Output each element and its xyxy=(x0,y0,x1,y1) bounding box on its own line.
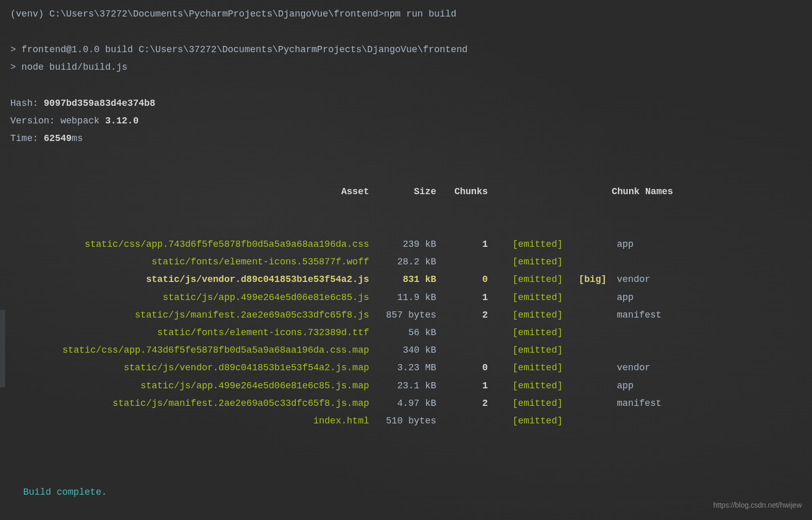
asset-name: static/js/app.499e264e5d06e81e6c85.js xyxy=(10,289,369,306)
header-size: Size xyxy=(369,183,436,200)
asset-chunks: 2 xyxy=(436,395,488,412)
time-line: Time: 62549ms xyxy=(10,130,802,147)
asset-name: index.html xyxy=(10,412,369,430)
asset-name: static/css/app.743d6f5fe5878fb0d5a5a9a68… xyxy=(10,341,369,359)
asset-chunks: 1 xyxy=(436,289,488,306)
asset-chunk-names: vendor xyxy=(607,359,650,376)
asset-emitted: [emitted] xyxy=(488,395,563,412)
asset-name: static/js/app.499e264e5d06e81e6c85.js.ma… xyxy=(10,377,369,395)
asset-chunks: 0 xyxy=(436,359,488,376)
version-line: Version: webpack 3.12.0 xyxy=(10,112,802,130)
asset-emitted: [emitted] xyxy=(488,271,563,288)
table-row: static/js/app.499e264e5d06e81e6c85.js11.… xyxy=(10,289,802,306)
asset-emitted: [emitted] xyxy=(488,377,563,395)
asset-name: static/js/manifest.2ae2e69a05c33dfc65f8.… xyxy=(10,306,369,324)
npm-script-line-2: > node build/build.js xyxy=(10,58,802,76)
version-label: Version: webpack xyxy=(10,116,105,126)
header-asset: Asset xyxy=(10,183,369,200)
asset-emitted: [emitted] xyxy=(488,359,563,376)
npm-script-line-1: > frontend@1.0.0 build C:\Users\37272\Do… xyxy=(10,41,802,58)
build-complete-message: Build complete. xyxy=(10,483,802,501)
asset-chunk-names: app xyxy=(607,235,633,253)
header-chunks: Chunks xyxy=(436,183,488,200)
asset-size: 4.97 kB xyxy=(369,395,436,412)
asset-size: 239 kB xyxy=(369,235,436,253)
asset-size: 11.9 kB xyxy=(369,289,436,306)
asset-emitted: [emitted] xyxy=(488,412,563,430)
table-row: index.html510 bytes[emitted] xyxy=(10,412,802,430)
header-chunk-names: Chunk Names xyxy=(607,183,673,200)
asset-chunk-names: app xyxy=(607,377,633,395)
asset-name: static/js/manifest.2ae2e69a05c33dfc65f8.… xyxy=(10,395,369,412)
asset-chunk-names: vendor xyxy=(607,271,650,288)
version-value: 3.12.0 xyxy=(105,116,139,126)
asset-size: 28.2 kB xyxy=(369,253,436,271)
terminal-output[interactable]: (venv) C:\Users\37272\Documents\PycharmP… xyxy=(10,5,802,520)
hash-value: 9097bd359a83d4e374b8 xyxy=(44,98,155,108)
asset-size: 857 bytes xyxy=(369,306,436,324)
asset-emitted: [emitted] xyxy=(488,289,563,306)
asset-emitted: [emitted] xyxy=(488,253,563,271)
table-row: static/js/app.499e264e5d06e81e6c85.js.ma… xyxy=(10,377,802,395)
command-prompt-line: (venv) C:\Users\37272\Documents\PycharmP… xyxy=(10,5,802,23)
table-row: static/js/vendor.d89c041853b1e53f54a2.js… xyxy=(10,271,802,288)
asset-name: static/css/app.743d6f5fe5878fb0d5a5a9a68… xyxy=(10,235,369,253)
asset-name: static/fonts/element-icons.535877f.woff xyxy=(10,253,369,271)
asset-size: 56 kB xyxy=(369,324,436,341)
time-unit: ms xyxy=(72,133,83,144)
asset-chunk-names: manifest xyxy=(607,395,661,412)
asset-chunks: 1 xyxy=(436,377,488,395)
table-row: static/js/vendor.d89c041853b1e53f54a2.js… xyxy=(10,359,802,376)
hash-line: Hash: 9097bd359a83d4e374b8 xyxy=(10,94,802,112)
asset-size: 510 bytes xyxy=(369,412,436,430)
asset-chunk-names: app xyxy=(607,289,633,306)
asset-emitted: [emitted] xyxy=(488,306,563,324)
table-row: static/js/manifest.2ae2e69a05c33dfc65f8.… xyxy=(10,306,802,324)
watermark: https://blog.csdn.net/hwijew xyxy=(713,498,802,512)
asset-size: 3.23 MB xyxy=(369,359,436,376)
table-header-row: Asset Size Chunks Chunk Names xyxy=(10,183,802,200)
table-row: static/fonts/element-icons.732389d.ttf56… xyxy=(10,324,802,341)
asset-emitted: [emitted] xyxy=(488,235,563,253)
time-label: Time: xyxy=(10,133,44,144)
asset-size: 23.1 kB xyxy=(369,377,436,395)
asset-emitted: [emitted] xyxy=(488,324,563,341)
time-value: 62549 xyxy=(44,133,72,144)
table-row: static/js/manifest.2ae2e69a05c33dfc65f8.… xyxy=(10,395,802,412)
table-row: static/fonts/element-icons.535877f.woff2… xyxy=(10,253,802,271)
asset-flag: [big] xyxy=(563,271,607,288)
asset-emitted: [emitted] xyxy=(488,341,563,359)
asset-name: static/js/vendor.d89c041853b1e53f54a2.js xyxy=(10,271,369,288)
build-assets-table: Asset Size Chunks Chunk Names static/css… xyxy=(10,147,802,465)
asset-size: 340 kB xyxy=(369,341,436,359)
sidebar-tab[interactable] xyxy=(0,310,5,387)
asset-chunks: 2 xyxy=(436,306,488,324)
asset-chunks: 0 xyxy=(436,271,488,288)
table-row: static/css/app.743d6f5fe5878fb0d5a5a9a68… xyxy=(10,341,802,359)
asset-chunk-names: manifest xyxy=(607,306,661,324)
asset-name: static/fonts/element-icons.732389d.ttf xyxy=(10,324,369,341)
table-row: static/css/app.743d6f5fe5878fb0d5a5a9a68… xyxy=(10,235,802,253)
asset-name: static/js/vendor.d89c041853b1e53f54a2.js… xyxy=(10,359,369,376)
asset-chunks: 1 xyxy=(436,235,488,253)
hash-label: Hash: xyxy=(10,98,44,108)
asset-size: 831 kB xyxy=(369,271,436,288)
